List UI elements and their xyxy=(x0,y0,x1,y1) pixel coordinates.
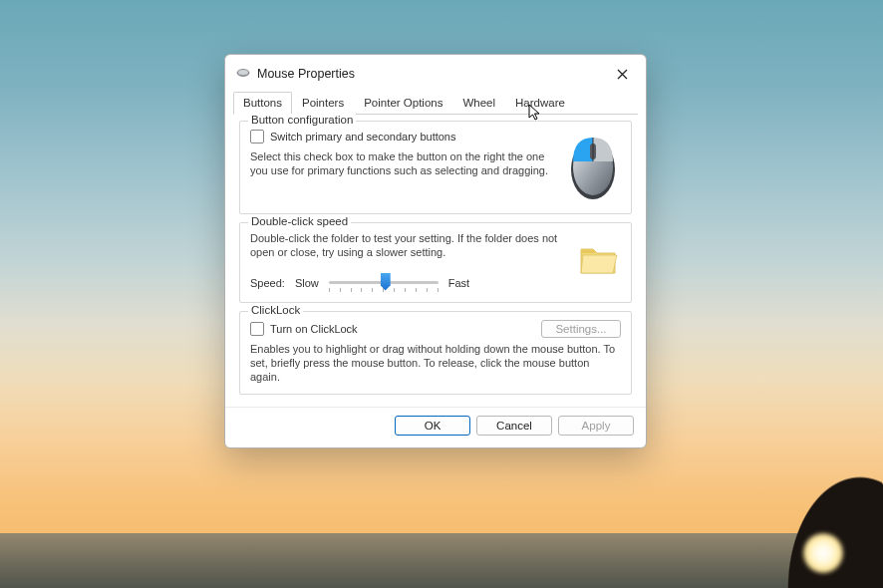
background-sea xyxy=(0,533,883,588)
clicklock-description: Enables you to highlight or drag without… xyxy=(250,342,621,385)
cancel-button[interactable]: Cancel xyxy=(476,416,552,436)
mouse-icon xyxy=(235,67,251,82)
group-title-clicklock: ClickLock xyxy=(248,304,303,316)
speed-label: Speed: xyxy=(250,277,285,289)
background-sun xyxy=(803,533,843,573)
folder-test-icon[interactable] xyxy=(575,231,621,292)
double-click-slider[interactable] xyxy=(329,274,439,292)
close-button[interactable] xyxy=(608,63,636,85)
switch-buttons-label: Switch primary and secondary buttons xyxy=(270,131,455,143)
group-button-configuration: Button configuration Switch primary and … xyxy=(239,121,632,214)
group-title-double-click: Double-click speed xyxy=(248,215,351,227)
switch-buttons-checkbox[interactable] xyxy=(250,130,264,144)
mouse-properties-dialog: Mouse Properties Buttons Pointers Pointe… xyxy=(224,54,647,448)
clicklock-settings-button[interactable]: Settings... xyxy=(541,320,621,338)
clicklock-checkbox[interactable] xyxy=(250,322,264,336)
fast-label: Fast xyxy=(448,277,469,289)
group-double-click-speed: Double-click speed Double-click the fold… xyxy=(239,222,632,303)
tab-pointers[interactable]: Pointers xyxy=(292,92,354,115)
tab-content: Button configuration Switch primary and … xyxy=(225,115,646,407)
ok-button[interactable]: OK xyxy=(395,416,470,436)
group-title-button-config: Button configuration xyxy=(248,114,356,126)
double-click-description: Double-click the folder to test your set… xyxy=(250,231,561,260)
switch-buttons-description: Select this check box to make the button… xyxy=(250,149,555,178)
tab-buttons[interactable]: Buttons xyxy=(233,92,292,115)
tab-pointer-options[interactable]: Pointer Options xyxy=(354,92,452,115)
mouse-illustration xyxy=(565,130,621,203)
tab-strip: Buttons Pointers Pointer Options Wheel H… xyxy=(233,91,638,115)
window-title: Mouse Properties xyxy=(257,67,602,81)
dialog-footer: OK Cancel Apply xyxy=(225,407,646,447)
apply-button[interactable]: Apply xyxy=(558,416,634,436)
titlebar[interactable]: Mouse Properties xyxy=(225,55,646,91)
slow-label: Slow xyxy=(295,277,319,289)
clicklock-label: Turn on ClickLock xyxy=(270,323,358,335)
tab-wheel[interactable]: Wheel xyxy=(452,92,505,115)
svg-point-1 xyxy=(238,70,248,75)
group-clicklock: ClickLock Turn on ClickLock Settings... … xyxy=(239,311,632,396)
tab-hardware[interactable]: Hardware xyxy=(505,92,575,115)
